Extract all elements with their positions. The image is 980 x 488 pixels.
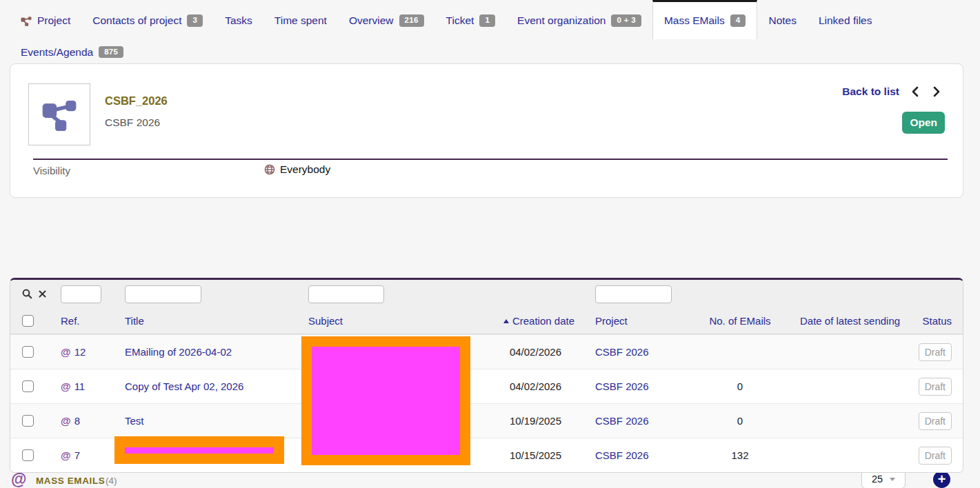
filter-title-input[interactable]: [125, 285, 201, 303]
row-checkbox[interactable]: [22, 380, 34, 392]
tab-item[interactable]: Tasks: [214, 0, 263, 39]
tab-count-badge: 1: [479, 14, 495, 27]
globe-icon: [264, 164, 275, 175]
tab-label: Ticket: [446, 14, 474, 27]
project-card: CSBF_2026 CSBF 2026 Back to list Open Vi…: [10, 63, 963, 198]
creation-date-cell: 10/15/2025: [483, 449, 578, 461]
status-badge: Open: [902, 112, 945, 134]
project-logo: [28, 83, 90, 145]
project-link[interactable]: CSBF 2026: [595, 380, 649, 392]
list-count: (4): [106, 476, 117, 486]
title-link[interactable]: EMailing of 2026-04-02: [125, 346, 232, 358]
row-checkbox[interactable]: [22, 449, 34, 461]
table-filter-row: [10, 280, 963, 308]
search-icon[interactable]: [22, 289, 32, 299]
tab-label: Tasks: [225, 14, 252, 27]
tab-label: Events/Agenda: [21, 46, 93, 59]
sort-ascending-icon: [503, 319, 509, 323]
ref-link[interactable]: 8: [74, 415, 80, 427]
back-to-list-link[interactable]: Back to list: [842, 85, 899, 98]
filter-subject-input[interactable]: [308, 285, 384, 303]
table-row: @ 8 Test 10/19/2025 CSBF 2026 0 Draft: [10, 403, 963, 438]
tab-label: Project: [37, 14, 70, 27]
tab-count-badge: 0 + 3: [611, 14, 641, 27]
tab-count-badge: 4: [730, 14, 746, 27]
column-header-no-of-emails[interactable]: No. of EMails: [709, 315, 770, 327]
project-org-icon: [41, 98, 77, 131]
project-title: CSBF 2026: [105, 116, 160, 129]
ref-link[interactable]: 11: [74, 380, 86, 392]
draft-status-badge: Draft: [919, 343, 952, 361]
list-title: MASS EMAILS: [36, 476, 105, 486]
draft-status-badge: Draft: [919, 412, 952, 430]
project-link[interactable]: CSBF 2026: [595, 449, 649, 461]
creation-date-cell: 04/02/2026: [483, 380, 578, 392]
divider: [33, 159, 948, 160]
column-header-title[interactable]: Title: [125, 315, 144, 327]
tab-item[interactable]: Project: [10, 0, 81, 39]
project-icon: [21, 16, 32, 26]
chevron-down-icon: [890, 478, 895, 481]
title-link[interactable]: Copy of Test Apr 02, 2026: [125, 380, 243, 392]
project-link[interactable]: CSBF 2026: [595, 415, 649, 427]
tab-item[interactable]: Events/Agenda 875: [10, 39, 134, 63]
tab-item[interactable]: Notes: [757, 0, 808, 39]
redaction-stripe: [125, 447, 274, 454]
column-header-ref[interactable]: Ref.: [61, 315, 80, 327]
tab-item[interactable]: Ticket 1: [435, 0, 506, 39]
no-of-emails-cell: 0: [681, 415, 799, 427]
tab-item[interactable]: Linked files: [808, 0, 883, 39]
row-checkbox[interactable]: [22, 346, 34, 358]
next-record-icon[interactable]: [931, 85, 942, 99]
table-header-row: Ref. Title Subject Creation date Project…: [10, 308, 963, 334]
page-size-value: 25: [872, 474, 883, 485]
select-all-checkbox[interactable]: [22, 315, 34, 327]
tab-item[interactable]: Mass EMails 4: [652, 0, 758, 39]
filter-ref-input[interactable]: [61, 285, 101, 303]
no-of-emails-cell: 0: [681, 380, 799, 392]
creation-date-cell: 10/19/2025: [483, 415, 578, 427]
table-row: @ 12 EMailing of 2026-04-02 04/02/2026 C…: [10, 334, 963, 369]
mass-email-at-icon: @: [61, 415, 71, 427]
project-ref: CSBF_2026: [105, 94, 168, 108]
tab-item[interactable]: Event organization 0 + 3: [506, 0, 652, 39]
clear-filters-icon[interactable]: [39, 290, 46, 298]
draft-status-badge: Draft: [919, 447, 952, 465]
tab-item[interactable]: Contacts of project 3: [81, 0, 214, 39]
mass-email-at-icon: @: [61, 380, 71, 392]
project-link[interactable]: CSBF 2026: [595, 346, 649, 358]
tab-count-badge: 216: [399, 14, 424, 27]
tab-count-badge: 875: [99, 46, 123, 59]
column-header-status[interactable]: Status: [922, 315, 952, 327]
ref-link[interactable]: 7: [74, 449, 80, 461]
creation-date-cell: 04/02/2026: [483, 346, 578, 358]
tab-label: Mass EMails: [664, 14, 725, 27]
tab-label: Overview: [349, 14, 394, 27]
visibility-value: Everybody: [280, 163, 330, 176]
title-link[interactable]: Test: [125, 415, 144, 427]
redaction-overlay-row-7-title: [114, 436, 284, 464]
tab-item[interactable]: Time spent: [263, 0, 338, 39]
previous-record-icon[interactable]: [910, 85, 921, 99]
mass-email-at-icon: @: [61, 449, 71, 461]
tab-label: Contacts of project: [92, 14, 181, 27]
column-header-date-of-latest-sending[interactable]: Date of latest sending: [800, 315, 900, 327]
column-header-creation-date[interactable]: Creation date: [512, 315, 574, 327]
tab-label: Notes: [768, 14, 797, 27]
no-of-emails-cell: 132: [681, 449, 799, 461]
row-checkbox[interactable]: [22, 415, 34, 427]
table-row: @ 11 Copy of Test Apr 02, 2026 04/02/202…: [10, 369, 963, 403]
visibility-label: Visibility: [33, 165, 70, 176]
redaction-overlay-subject-column: [301, 336, 470, 465]
ref-link[interactable]: 12: [74, 346, 86, 358]
tab-label: Event organization: [517, 14, 606, 27]
tab-item[interactable]: Overview 216: [338, 0, 435, 39]
add-mass-email-button[interactable]: +: [933, 471, 950, 488]
mass-email-at-icon: @: [61, 346, 71, 358]
column-header-project[interactable]: Project: [595, 315, 628, 327]
filter-project-input[interactable]: [595, 285, 672, 303]
tab-label: Linked files: [819, 14, 872, 27]
tab-bar-second-row: Events/Agenda 875: [10, 39, 134, 63]
mass-emails-list-header: @ MASS EMAILS (4) 25 +: [0, 233, 980, 262]
column-header-subject[interactable]: Subject: [308, 315, 343, 327]
